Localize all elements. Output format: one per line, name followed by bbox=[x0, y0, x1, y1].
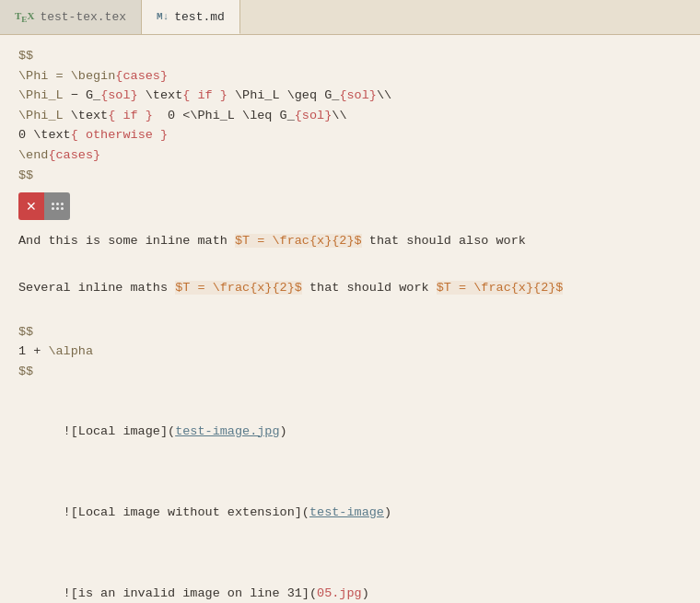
tab-test-tex-label: test-tex.tex bbox=[40, 10, 126, 24]
math-line-1: \Phi = \begin{cases} bbox=[18, 66, 682, 87]
close-button[interactable]: ✕ bbox=[18, 192, 44, 220]
image-line-2: ![Local image without extension](test-im… bbox=[18, 482, 682, 542]
image-suffix-3: ) bbox=[362, 586, 369, 600]
app-container: TEX test-tex.tex M↓ test.md $$ \Phi = \b… bbox=[0, 0, 700, 603]
math-line-alpha: 1 + \alpha bbox=[18, 342, 682, 362]
drag-handle[interactable] bbox=[44, 192, 70, 220]
image-prefix-1: ![Local image]( bbox=[64, 424, 176, 438]
empty-line-5 bbox=[18, 544, 682, 564]
math-line-2: \Phi_L − G_{sol} \text{ if } \Phi_L \geq… bbox=[18, 86, 682, 106]
widget-row: ✕ bbox=[18, 192, 70, 220]
math-line-5: \end{cases} bbox=[18, 145, 682, 166]
image-url-2: test-image bbox=[309, 505, 384, 519]
image-suffix-2: ) bbox=[384, 505, 391, 519]
math-block-close-2: $$ bbox=[18, 362, 682, 382]
editor-area: $$ \Phi = \begin{cases} \Phi_L − G_{sol}… bbox=[0, 35, 700, 603]
inline-text-1a: And this is some inline math bbox=[18, 234, 228, 248]
tab-bar: TEX test-tex.tex M↓ test.md bbox=[0, 0, 700, 35]
empty-line-1 bbox=[18, 255, 682, 275]
image-url-3: 05.jpg bbox=[317, 586, 362, 600]
math-line-3: \Phi_L \text{ if } 0 <\Phi_L \leq G_{sol… bbox=[18, 106, 682, 126]
inline-math-1: $T = \frac{x}{2}$ bbox=[235, 234, 362, 248]
tab-test-md[interactable]: M↓ test.md bbox=[142, 0, 240, 34]
empty-line-4 bbox=[18, 463, 682, 483]
image-suffix-1: ) bbox=[280, 424, 287, 438]
image-prefix-3: ![is an invalid image on line 31]( bbox=[64, 586, 317, 600]
inline-text-line-2: Several inline maths $T = \frac{x}{2}$ t… bbox=[18, 278, 682, 298]
empty-line-2 bbox=[18, 302, 682, 322]
inline-math-2a: $T = \frac{x}{2}$ bbox=[175, 281, 302, 295]
image-line-1: ![Local image](test-image.jpg) bbox=[18, 401, 682, 461]
image-prefix-2: ![Local image without extension]( bbox=[64, 505, 309, 519]
inline-text-line-1: And this is some inline math $T = \frac{… bbox=[18, 231, 682, 251]
tex-icon: TEX bbox=[15, 10, 34, 24]
md-icon: M↓ bbox=[157, 11, 169, 22]
image-url-1: test-image.jpg bbox=[175, 424, 279, 438]
inline-text-2b: that should work bbox=[309, 281, 429, 295]
inline-text-2a: Several inline maths bbox=[18, 281, 168, 295]
inline-text-1b: that should also work bbox=[369, 234, 526, 248]
close-icon: ✕ bbox=[26, 199, 37, 214]
math-block-open-1: $$ bbox=[18, 46, 682, 66]
math-block-open-2: $$ bbox=[18, 322, 682, 342]
tab-test-tex[interactable]: TEX test-tex.tex bbox=[0, 0, 142, 34]
inline-math-2c: $T = \frac{x}{2}$ bbox=[437, 281, 564, 295]
image-line-3: ![is an invalid image on line 31](05.jpg… bbox=[18, 564, 682, 603]
math-line-4: 0 \text{ otherwise } bbox=[18, 125, 682, 145]
tab-test-md-label: test.md bbox=[174, 10, 225, 24]
empty-line-3 bbox=[18, 381, 682, 401]
math-block-close-1: $$ bbox=[18, 166, 682, 186]
